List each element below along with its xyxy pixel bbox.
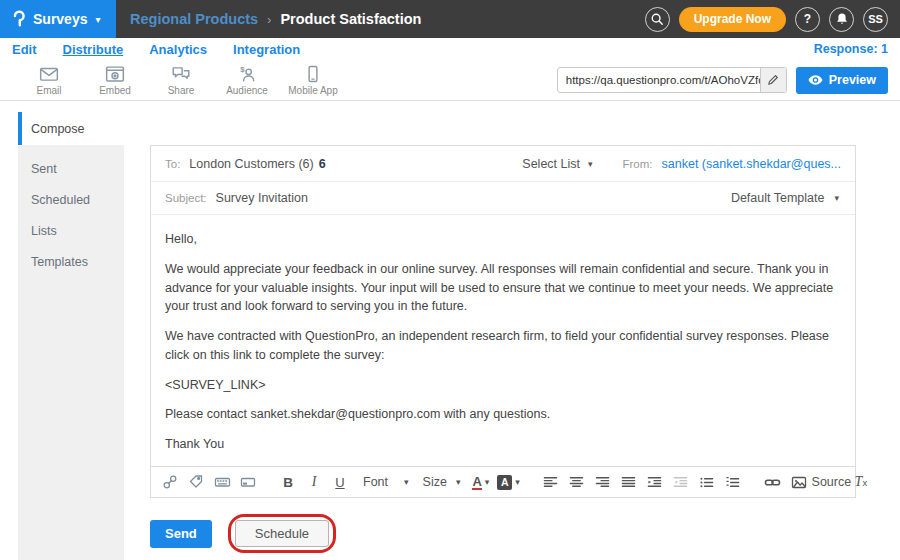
chevron-down-icon: ▾ — [834, 193, 839, 203]
mobile-phone-icon — [303, 65, 323, 83]
distribute-content: Compose Sent Scheduled Lists Templates T… — [0, 101, 900, 560]
breadcrumb-separator-icon: › — [267, 12, 271, 27]
schedule-highlight-annotation: Schedule — [228, 514, 336, 553]
breadcrumb-folder[interactable]: Regional Products — [130, 11, 258, 27]
sidebar-item-compose[interactable]: Compose — [18, 112, 124, 145]
email-body-paragraph: <SURVEY_LINK> — [165, 376, 841, 395]
embed-window-icon — [105, 65, 125, 83]
sidebar-menu: Sent Scheduled Lists Templates — [18, 145, 124, 560]
avatar[interactable]: SS — [863, 7, 888, 32]
top-header: Surveys ▾ Regional Products › Product Sa… — [0, 0, 900, 38]
survey-tabs: Edit Distribute Analytics Integration Re… — [0, 38, 900, 60]
schedule-button[interactable]: Schedule — [235, 520, 329, 547]
bell-icon — [835, 12, 849, 26]
keyboard-icon[interactable] — [213, 472, 231, 492]
from-value[interactable]: sanket (sanket.shekdar@ques... — [662, 157, 841, 171]
decrease-indent-icon[interactable] — [672, 472, 690, 492]
recipient-count: 6 — [319, 157, 326, 171]
chevron-down-icon: ▾ — [456, 477, 461, 487]
eye-icon — [808, 74, 823, 86]
channel-embed[interactable]: Embed — [82, 65, 148, 96]
font-family-dropdown[interactable]: Font ▾ — [363, 475, 409, 489]
remove-format-icon[interactable]: Tx — [852, 472, 870, 492]
italic-button[interactable]: I — [305, 472, 323, 492]
align-center-icon[interactable] — [568, 472, 586, 492]
to-row: To: London Customers (6) 6 Select List ▾… — [151, 146, 855, 182]
insert-link-icon[interactable] — [161, 472, 179, 492]
background-color-dropdown[interactable]: A ▾ — [497, 475, 520, 490]
bold-button[interactable]: B — [279, 472, 297, 492]
bulleted-list-icon[interactable] — [698, 472, 716, 492]
text-color-dropdown[interactable]: A ▾ — [472, 475, 489, 490]
notifications-button[interactable] — [829, 7, 854, 32]
sidebar-item-sent[interactable]: Sent — [18, 153, 124, 184]
to-value[interactable]: London Customers (6) — [189, 157, 313, 171]
subject-label: Subject: — [165, 192, 207, 204]
channel-mobile-app[interactable]: Mobile App — [280, 65, 346, 96]
align-left-icon[interactable] — [542, 472, 560, 492]
breadcrumb-survey-name: Product Satisfaction — [280, 11, 421, 27]
questionpro-logo-icon — [11, 10, 26, 29]
tab-analytics[interactable]: Analytics — [149, 42, 207, 57]
chevron-down-icon: ▾ — [404, 477, 409, 487]
response-count[interactable]: Response: 1 — [814, 42, 888, 56]
tab-distribute[interactable]: Distribute — [63, 42, 124, 57]
product-switcher[interactable]: Surveys ▾ — [0, 0, 116, 38]
text-field-icon[interactable] — [239, 472, 257, 492]
email-body-paragraph: We would appreciate your feedback in our… — [165, 260, 841, 316]
source-button[interactable]: Source — [820, 472, 838, 492]
template-dropdown[interactable]: Default Template ▾ — [731, 191, 839, 205]
search-button[interactable] — [645, 7, 670, 32]
preview-button[interactable]: Preview — [796, 67, 888, 94]
avatar-initials: SS — [868, 13, 883, 25]
compose-actions: Send Schedule — [150, 514, 336, 553]
rich-text-toolbar: B I U Font ▾ Size ▾ A ▾ A ▾ — [151, 466, 855, 497]
font-size-dropdown[interactable]: Size ▾ — [423, 475, 461, 489]
pencil-icon — [767, 74, 779, 86]
help-button[interactable]: ? — [795, 7, 820, 32]
merge-tag-icon[interactable] — [187, 472, 205, 492]
underline-button[interactable]: U — [331, 472, 349, 492]
hyperlink-icon[interactable] — [764, 472, 782, 492]
tab-integration[interactable]: Integration — [233, 42, 300, 57]
preview-label: Preview — [829, 73, 876, 87]
tab-edit[interactable]: Edit — [12, 42, 37, 57]
subject-value[interactable]: Survey Invitation — [216, 191, 308, 205]
sidebar-item-lists[interactable]: Lists — [18, 215, 124, 246]
email-body-editor[interactable]: Hello, We would appreciate your feedback… — [151, 215, 855, 466]
channel-share[interactable]: Share — [148, 65, 214, 96]
justify-icon[interactable] — [620, 472, 638, 492]
svg-text:$: $ — [240, 65, 245, 74]
from-group: From: sanket (sanket.shekdar@ques... — [623, 157, 841, 171]
product-label: Surveys — [33, 11, 87, 27]
envelope-icon — [39, 65, 59, 83]
email-sidebar: Compose Sent Scheduled Lists Templates — [18, 112, 124, 560]
survey-url-field[interactable]: https://qa.questionpro.com/t/AOhoVZfqml — [557, 67, 787, 93]
edit-url-button[interactable] — [760, 68, 786, 92]
chevron-down-icon: ▾ — [588, 159, 593, 169]
chevron-down-icon: ▾ — [485, 477, 490, 487]
chevron-down-icon: ▾ — [515, 477, 520, 487]
increase-indent-icon[interactable] — [646, 472, 664, 492]
align-right-icon[interactable] — [594, 472, 612, 492]
channel-audience[interactable]: $ Audience — [214, 65, 280, 96]
subject-row: Subject: Survey Invitation Default Templ… — [151, 182, 855, 215]
breadcrumb: Regional Products › Product Satisfaction — [130, 11, 421, 27]
email-body-paragraph: Please contact sanket.shekdar@questionpr… — [165, 405, 841, 424]
audience-person-icon: $ — [237, 65, 257, 83]
insert-image-icon[interactable] — [790, 472, 808, 492]
channel-email[interactable]: Email — [16, 65, 82, 96]
select-list-dropdown[interactable]: Select List ▾ — [522, 157, 592, 171]
upgrade-now-button[interactable]: Upgrade Now — [679, 7, 786, 32]
compose-panel: To: London Customers (6) 6 Select List ▾… — [150, 145, 856, 498]
sidebar-item-scheduled[interactable]: Scheduled — [18, 184, 124, 215]
numbered-list-icon[interactable] — [724, 472, 742, 492]
send-button[interactable]: Send — [150, 520, 212, 548]
distribute-toolbar: Email Embed Share $ Audience — [0, 60, 900, 101]
survey-url-text[interactable]: https://qa.questionpro.com/t/AOhoVZfqml — [558, 74, 760, 86]
survey-link-area: https://qa.questionpro.com/t/AOhoVZfqml … — [557, 67, 900, 94]
from-label: From: — [623, 158, 653, 170]
speech-bubbles-icon — [171, 65, 191, 83]
sidebar-item-templates[interactable]: Templates — [18, 246, 124, 277]
header-actions: Upgrade Now ? SS — [645, 7, 900, 32]
